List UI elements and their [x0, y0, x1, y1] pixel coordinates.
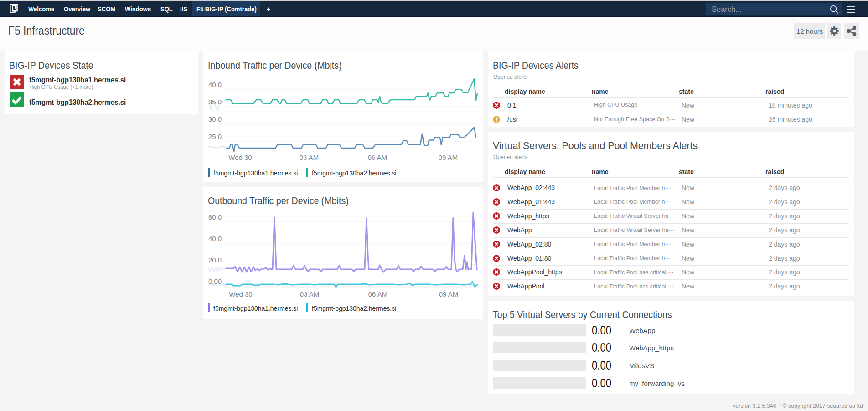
svg-text:30.0: 30.0	[208, 115, 222, 123]
svg-text:40.0: 40.0	[208, 81, 222, 88]
svg-text:40.0: 40.0	[208, 235, 222, 242]
svg-text:06 AM: 06 AM	[368, 154, 388, 161]
svg-text:60.0: 60.0	[208, 213, 222, 221]
svg-text:25.0: 25.0	[208, 133, 222, 140]
svg-text:20.0: 20.0	[208, 256, 222, 264]
svg-text:0.00: 0.00	[208, 277, 222, 285]
svg-text:09 AM: 09 AM	[439, 290, 459, 298]
svg-text:03 AM: 03 AM	[300, 154, 319, 161]
svg-text:03 AM: 03 AM	[300, 290, 320, 298]
svg-text:06 AM: 06 AM	[368, 290, 388, 298]
svg-text:09 AM: 09 AM	[439, 154, 458, 161]
svg-text:Wed 30: Wed 30	[228, 154, 252, 161]
svg-text:Wed 30: Wed 30	[229, 290, 252, 298]
